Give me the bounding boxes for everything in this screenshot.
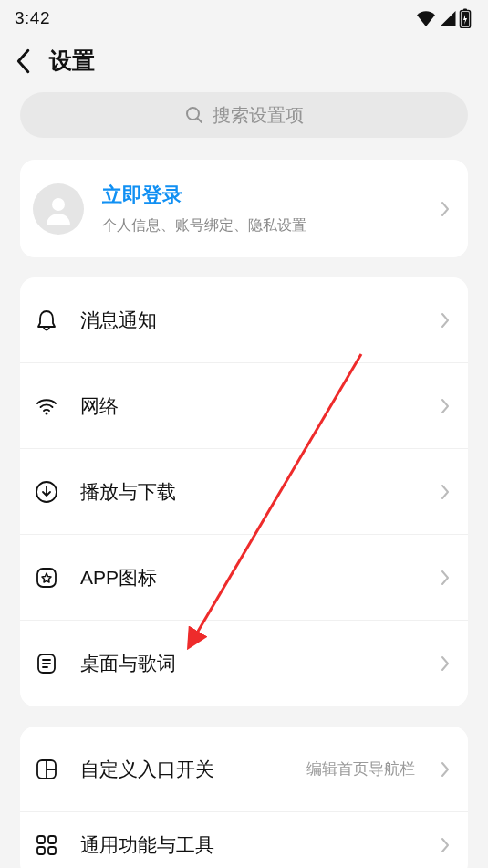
grid-icon [33,831,60,859]
settings-row-playback-download[interactable]: 播放与下载 [20,449,468,535]
battery-icon [459,8,472,28]
search-icon [185,106,203,124]
row-label: 桌面与歌词 [80,651,421,676]
chevron-right-icon [441,837,450,853]
bell-icon [33,307,60,334]
back-button[interactable] [15,48,31,74]
settings-group-1: 消息通知 网络 播放与下载 APP图标 桌面与歌词 [20,277,468,706]
person-icon [42,193,75,225]
signal-icon [439,10,456,26]
login-card: 立即登录 个人信息、账号绑定、隐私设置 [20,160,468,257]
row-label: 消息通知 [80,308,421,333]
chevron-right-icon [441,201,450,217]
svg-rect-18 [37,847,45,854]
svg-rect-16 [37,836,45,843]
settings-row-custom-entry[interactable]: 自定义入口开关 编辑首页导航栏 [20,727,468,812]
row-label: APP图标 [80,565,421,591]
settings-row-desktop-lyrics[interactable]: 桌面与歌词 [20,621,468,706]
chevron-right-icon [441,655,450,672]
login-text-block: 立即登录 个人信息、账号绑定、隐私设置 [102,182,422,235]
status-time: 3:42 [15,8,50,28]
status-bar: 3:42 [0,0,488,33]
row-label: 通用功能与工具 [80,832,421,858]
login-subtitle: 个人信息、账号绑定、隐私设置 [102,216,422,235]
login-row[interactable]: 立即登录 个人信息、账号绑定、隐私设置 [20,160,468,257]
download-icon [33,478,60,506]
header: 设置 [0,33,488,92]
search-bar[interactable]: 搜索设置项 [20,92,468,138]
row-label: 网络 [80,393,421,419]
svg-line-4 [197,119,202,123]
svg-rect-17 [48,836,56,843]
chevron-right-icon [441,570,450,586]
settings-group-2: 自定义入口开关 编辑首页导航栏 通用功能与工具 [20,727,468,868]
svg-rect-1 [463,9,467,12]
svg-point-6 [46,412,48,414]
svg-rect-19 [48,847,56,854]
row-label: 自定义入口开关 [80,757,286,782]
avatar [33,183,84,235]
row-label: 播放与下载 [80,479,421,505]
settings-row-notifications[interactable]: 消息通知 [20,277,468,363]
settings-row-general-tools[interactable]: 通用功能与工具 [20,812,468,868]
svg-point-5 [52,198,65,211]
chevron-left-icon [15,48,31,74]
star-box-icon [33,564,60,591]
search-placeholder: 搜索设置项 [213,103,304,128]
status-icons [416,8,472,28]
chevron-right-icon [441,484,450,500]
layout-icon [33,756,60,783]
settings-row-network[interactable]: 网络 [20,363,468,449]
chevron-right-icon [441,761,450,778]
svg-rect-8 [37,569,56,587]
wifi-icon [416,10,436,26]
lyrics-icon [33,650,60,677]
chevron-right-icon [441,398,450,414]
page-title: 设置 [49,46,95,76]
login-title: 立即登录 [102,182,422,209]
wifi-icon [33,392,60,420]
chevron-right-icon [441,312,450,329]
row-sub-label: 编辑首页导航栏 [306,758,415,779]
settings-row-app-icon[interactable]: APP图标 [20,535,468,621]
